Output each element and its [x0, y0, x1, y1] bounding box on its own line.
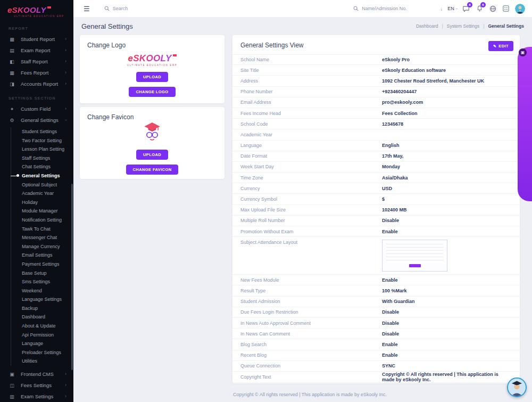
logo-upload-button[interactable]: UPLOAD [136, 72, 168, 82]
change-favicon-button[interactable]: CHANGE FAVICON [126, 165, 179, 175]
chat-widget-button[interactable] [507, 378, 527, 397]
submenu-item-staff-settings[interactable]: Staff Settings [11, 154, 73, 163]
settings-row-academic-year: Academic Year [232, 129, 520, 140]
messages-button[interactable]: 8 [462, 4, 470, 13]
setting-value: 102400 MB [382, 207, 407, 212]
submenu-item-tawk-to-chat[interactable]: Tawk To Chat [11, 225, 73, 234]
submenu-item-module-manager[interactable]: Module Manager [11, 207, 73, 216]
setting-label: Address [240, 78, 382, 84]
settings-row-school-name: School NameeSkooly Pro [232, 54, 520, 65]
language-selector[interactable]: EN› [447, 6, 457, 11]
submenu-item-notification-setting[interactable]: Notification Setting [11, 216, 73, 225]
sidebar-scrollbar[interactable] [71, 184, 73, 370]
edit-button[interactable]: ✎EDIT [488, 41, 513, 51]
chevron-right-icon: › [65, 372, 66, 376]
settings-row-time-zone: Time ZoneAsia/Dhaka [232, 173, 520, 183]
search-input[interactable] [113, 6, 150, 11]
download-arrow-icon[interactable]: ↓ [440, 6, 443, 12]
submenu-item-optional-subject[interactable]: Optional Subject [11, 181, 73, 190]
submenu-item-language[interactable]: Language [11, 339, 73, 348]
apps-grid-icon[interactable] [502, 4, 510, 13]
settings-row-site-title: Site TitleeSkooly Education software [232, 65, 520, 76]
sidebar-item-label: Fees Settings [21, 382, 65, 388]
setting-value: Disable [382, 218, 399, 223]
frontend-cms-icon: ▣ [9, 372, 15, 377]
app-logo[interactable]: eSKOOLY ULTIMATE EDUCATION ERP [0, 0, 73, 20]
submenu-item-lesson-plan-setting[interactable]: Lesson Plan Setting [11, 145, 73, 154]
settings-row-fees-income-head: Fees Income HeadFees Collection [232, 108, 520, 119]
submenu-item-weekend[interactable]: Weekend [11, 286, 73, 296]
attendance-layout-preview[interactable] [382, 240, 447, 272]
submenu-item-dashboard[interactable]: Dashboard [11, 313, 73, 322]
sidebar-item-staff-report[interactable]: ◧Staff Report› [0, 56, 73, 67]
setting-value: eSkooly Education software [382, 68, 446, 73]
menu-toggle-icon[interactable]: ☰ [84, 5, 90, 12]
globe-icon[interactable] [488, 4, 497, 13]
settings-row-email-address: Email Addresspro@eskooly.com [232, 97, 520, 108]
submenu-item-student-settings[interactable]: Student Settings [11, 127, 73, 136]
change-logo-button[interactable]: CHANGE LOGO [129, 87, 175, 97]
chevron-right-icon: › [65, 394, 66, 399]
accounts-report-icon: ◨ [9, 81, 15, 87]
sidebar-section-label: SETTINGS SECTION [0, 89, 73, 103]
setting-label: Fees Income Head [240, 111, 382, 116]
sidebar-item-exam-report[interactable]: ▤Exam Report› [0, 45, 73, 56]
sidebar-item-general-settings[interactable]: ⚙General Settings› [0, 114, 73, 126]
edit-pencil-icon: ✎ [493, 44, 496, 48]
settings-row-result-type: Result Type100 %Mark [232, 285, 520, 296]
sidebar-item-label: Student Report [21, 36, 65, 42]
messages-badge: 8 [467, 2, 472, 7]
settings-row-school-code: School Code12345678 [232, 119, 520, 129]
submenu-item-language-settings[interactable]: Language Settings [11, 295, 73, 304]
submenu-item-base-setup[interactable]: Base Setup [11, 269, 73, 278]
setting-label: Currency Symbol [240, 196, 382, 202]
sidebar-item-accounts-report[interactable]: ◨Accounts Report› [0, 78, 73, 89]
submenu-item-backup[interactable]: Backup [11, 304, 73, 313]
submenu-item-api-permission[interactable]: Api Permission [11, 331, 73, 340]
admission-search[interactable] [353, 4, 426, 13]
submenu-item-holiday[interactable]: Holiday [11, 198, 73, 207]
submenu-item-sms-settings[interactable]: Sms Settings [11, 277, 73, 286]
breadcrumb-general-settings[interactable]: General Settings [488, 23, 524, 29]
submenu-item-chat-settings[interactable]: Chat Settings [11, 162, 73, 171]
chevron-down-icon: › [454, 8, 458, 9]
setting-label: Academic Year [240, 132, 382, 137]
sidebar-item-student-report[interactable]: ▩Student Report› [0, 34, 73, 45]
submenu-item-general-settings[interactable]: General Settings [11, 171, 73, 181]
settings-row-in-news-can-comment: In News Can CommentDisable [232, 329, 520, 339]
submenu-item-manage-currency[interactable]: Manage Currency [11, 242, 73, 251]
settings-row-language: LanguageEnglish [232, 141, 520, 151]
setting-label: Recent Blog [240, 352, 382, 358]
sidebar-item-frontend-cms[interactable]: ▣Frontend CMS› [0, 368, 73, 380]
sidebar-submenu: Student SettingsTwo Factor SettingLesson… [11, 127, 73, 366]
submenu-item-academic-year[interactable]: Academic Year [11, 189, 73, 198]
sidebar-item-fees-settings[interactable]: ◫Fees Settings› [0, 380, 73, 391]
global-search[interactable] [104, 4, 150, 13]
submenu-item-payment-settings[interactable]: Payment Settings [11, 260, 73, 269]
submenu-item-email-settings[interactable]: Email Settings [11, 251, 73, 260]
sidebar-item-fees-report[interactable]: ▦Fees Report› [0, 67, 73, 78]
settings-row-blog-search: Blog SearchEnable [232, 339, 520, 350]
logo-wordmark: eSKOOLY [7, 5, 73, 14]
favicon-upload-button[interactable]: UPLOAD [136, 150, 168, 160]
notifications-button[interactable]: 6 [475, 4, 484, 13]
setting-label: In News Can Comment [240, 331, 382, 337]
submenu-item-about-update[interactable]: About & Update [11, 322, 73, 331]
admission-search-input[interactable] [362, 6, 426, 11]
students-icon: ▩ [9, 37, 15, 42]
submenu-item-preloader-settings[interactable]: Preloader Settings [11, 348, 73, 357]
breadcrumb-dashboard[interactable]: Dashboard [416, 23, 438, 29]
breadcrumb-system-settings[interactable]: System Settings [447, 23, 479, 29]
submenu-item-utilities[interactable]: Utilities [11, 357, 73, 366]
user-avatar[interactable] [515, 4, 525, 14]
setting-label: Language [240, 143, 382, 148]
logo-tagline: ULTIMATE EDUCATION ERP [14, 15, 73, 18]
setting-value: eSkooly Pro [382, 57, 410, 62]
sidebar-item-custom-field[interactable]: ✦Custom Field› [0, 103, 73, 114]
customizer-panel-toggle[interactable]: ▣ [518, 47, 532, 201]
setting-value: Monday [382, 164, 400, 169]
sidebar-item-exam-settings[interactable]: ▥Exam Settings› [0, 391, 73, 402]
submenu-item-two-factor-setting[interactable]: Two Factor Setting [11, 136, 73, 145]
settings-row-multiple-roll-number: Multiple Roll NumberDisable [232, 216, 520, 226]
submenu-item-messenger-chat[interactable]: Messenger Chat [11, 233, 73, 242]
